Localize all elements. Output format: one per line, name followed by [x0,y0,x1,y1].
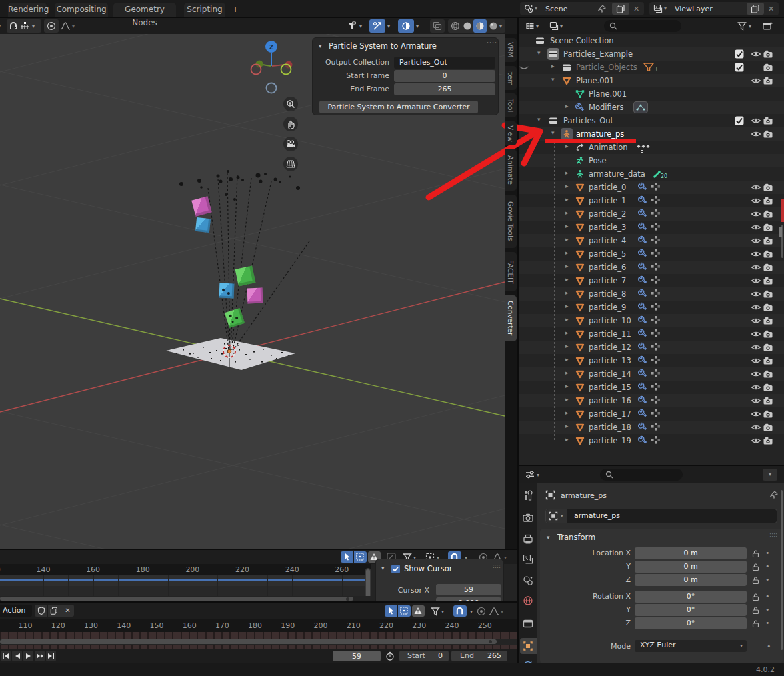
hide-eye-toggle[interactable] [751,383,761,392]
chevron-down-icon[interactable]: ▾ [749,23,751,29]
expand-icon[interactable]: ▸ [565,209,572,219]
expand-icon[interactable]: ▸ [565,409,572,419]
start-frame-field[interactable]: 0 [394,70,495,82]
camera-visibility-toggle[interactable] [763,409,773,419]
animate-dot[interactable]: • [765,619,770,627]
camera-visibility-toggle[interactable] [763,383,773,392]
expand-icon[interactable]: ▸ [565,223,572,232]
pin-icon[interactable] [769,490,779,499]
shading-rendered-icon[interactable] [489,21,498,31]
sidebar-tab-item[interactable]: Item [505,66,517,90]
chevron-down-icon[interactable]: ▾ [416,23,419,29]
outliner-item-label[interactable]: Pose [589,156,607,165]
expand-icon[interactable]: ▸ [565,369,572,379]
camera-visibility-toggle[interactable] [763,289,773,299]
sidebar-tab-animate[interactable]: Animate [505,149,517,191]
end-frame-field[interactable]: End 265 [451,651,507,661]
outliner-item-label[interactable]: particle_12 [589,343,631,352]
topbar-tab-rendering[interactable]: Rendering [8,3,47,17]
action-name[interactable]: Action [3,606,25,615]
new-viewlayer-button[interactable] [747,3,764,15]
camera-visibility-toggle[interactable] [763,76,773,85]
outliner-row[interactable]: ▸Modifiers [519,101,784,114]
outliner-row[interactable]: ▸particle_11 [519,327,784,341]
outliner-item-label[interactable]: particle_15 [589,383,631,392]
prev-keyframe-button[interactable] [12,651,22,661]
expand-icon[interactable]: ▸ [565,183,572,192]
outliner-row[interactable]: ▸particle_4 [519,234,784,247]
outliner-item-label[interactable]: particle_13 [589,356,631,365]
new-collection-icon[interactable] [763,21,773,31]
outliner-item-label[interactable]: particle_6 [589,263,626,272]
camera-visibility-toggle[interactable] [763,183,773,192]
outliner-row[interactable]: ▸particle_3 [519,221,784,234]
outliner-row[interactable]: ▸particle_7 [519,274,784,287]
collection-icon[interactable] [523,618,533,629]
outliner-row[interactable]: ▸particle_6 [519,261,784,274]
breadcrumb[interactable]: armature_ps [561,491,607,500]
lock-icon[interactable] [752,549,759,558]
graph-channels[interactable] [0,575,371,596]
expand-icon[interactable]: ▸ [565,196,572,205]
dopesheet-hscrollbar[interactable] [0,639,517,645]
chevron-down-icon[interactable]: ▾ [499,23,502,29]
outliner-item-label[interactable]: particle_4 [589,236,626,245]
snap-magnet-icon[interactable] [9,21,18,31]
hide-eye-toggle[interactable] [751,409,761,419]
outliner-item-label[interactable]: Particles_Out [563,116,613,125]
outliner-row[interactable]: ▸particle_15 [519,381,784,394]
falloff-curve-icon[interactable] [60,21,71,31]
transform-value-field[interactable]: 0° [635,604,747,616]
hide-eye-toggle[interactable] [751,276,761,285]
proportional-edit-icon[interactable] [47,21,56,31]
camera-visibility-toggle[interactable] [763,316,773,325]
particle-cube-pink-2[interactable] [247,288,263,304]
camera-visibility-toggle[interactable] [763,223,773,232]
close-icon[interactable]: ✕ [768,5,774,13]
outliner-row[interactable]: ▾Particles_Out [519,114,784,127]
expand-icon[interactable]: ▸ [565,343,572,352]
hide-eye-toggle[interactable] [751,223,761,232]
physics-icon[interactable] [523,661,533,663]
dopesheet-ruler[interactable]: 1001101201301401501601701801902002102202… [0,619,517,632]
overlays-toggle[interactable] [398,19,414,33]
outliner-item-label[interactable]: Plane.001 [576,76,614,85]
outliner-item-label[interactable]: particle_10 [589,316,631,325]
select-tool-button[interactable] [341,551,353,563]
hide-eye-toggle[interactable] [751,436,761,445]
expand-icon[interactable]: ▸ [565,396,572,405]
filter-icon[interactable] [737,21,747,31]
lock-icon[interactable] [752,576,759,585]
snap-target-icon[interactable] [20,21,29,31]
outliner-row[interactable]: ▸Animation [519,141,784,154]
outliner-item-label[interactable]: particle_9 [589,303,626,312]
outliner-row[interactable]: ▾armature_ps [519,127,784,141]
topbar-tab-compositing[interactable]: Compositing [55,3,108,17]
output-collection-field[interactable]: Particles_Out [394,57,495,69]
hide-eye-toggle[interactable] [751,183,761,192]
collapse-icon[interactable]: ▾ [551,76,558,85]
camera-visibility-toggle[interactable] [763,396,773,405]
shading-solid-icon[interactable] [463,21,472,31]
outliner-item-label[interactable]: particle_17 [589,409,631,419]
chevron-down-icon[interactable]: ▾ [547,534,550,541]
hide-eye-toggle[interactable] [751,236,761,245]
chevron-down-icon[interactable]: ▾ [387,23,390,29]
new-scene-button[interactable] [612,3,629,15]
outliner-row[interactable]: Plane.001 [519,87,784,101]
chevron-down-icon[interactable]: ▾ [537,472,539,478]
outliner-row[interactable]: ▸particle_13 [519,354,784,367]
animate-dot[interactable]: • [765,575,770,584]
jump-to-start-button[interactable] [1,651,11,661]
chevron-down-icon[interactable]: ▾ [536,23,539,29]
camera-visibility-toggle[interactable] [763,356,773,365]
render-icon[interactable] [523,513,533,523]
cursor-x-field[interactable]: 59 [436,584,501,595]
topbar-tab-geometry-nodes[interactable]: Geometry Nodes [113,3,176,17]
outliner-row[interactable]: ▸particle_18 [519,421,784,434]
expand-icon[interactable]: ▸ [565,276,572,285]
expand-icon[interactable]: ▸ [565,143,572,152]
hide-eye-toggle[interactable] [751,316,761,325]
expand-icon[interactable]: ▸ [565,263,572,272]
camera-visibility-toggle[interactable] [763,276,773,285]
